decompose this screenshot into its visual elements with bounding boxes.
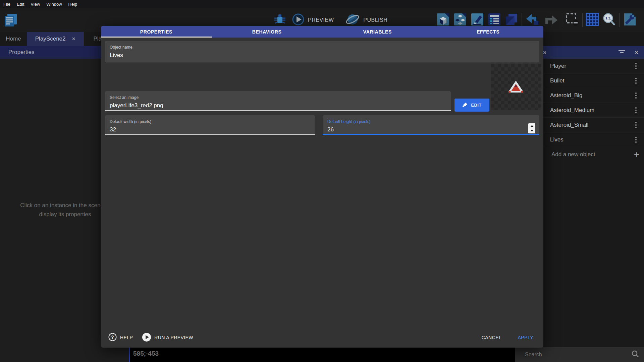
spinner-up-button[interactable] — [528, 123, 535, 128]
select-image-value[interactable]: playerLife3_red2.png — [105, 100, 451, 109]
menu-bar: File Edit View Window Help — [0, 0, 644, 8]
kebab-menu-icon[interactable] — [634, 90, 638, 100]
menu-help[interactable]: Help — [68, 2, 77, 7]
kebab-menu-icon[interactable] — [634, 120, 638, 130]
sprite-thumbnail[interactable] — [491, 64, 541, 110]
tab-variables[interactable]: VARIABLES — [322, 26, 433, 38]
menu-view[interactable]: View — [31, 2, 40, 7]
toolbar-separator — [562, 13, 562, 27]
help-button[interactable]: ? HELP — [108, 333, 133, 342]
filter-icon[interactable] — [618, 49, 626, 56]
toolbar-separator — [582, 13, 583, 27]
tab-properties[interactable]: PROPERTIES — [101, 26, 212, 38]
preview-label: PREVIEW — [308, 17, 334, 23]
height-spinner — [528, 123, 535, 133]
objects-editor-icon[interactable] — [436, 13, 450, 27]
deselect-icon[interactable] — [565, 12, 579, 28]
project-manager-icon[interactable] — [4, 13, 17, 29]
default-height-field[interactable]: Default height (in pixels) 26 — [323, 115, 539, 135]
scene-properties-wrench-icon[interactable] — [623, 13, 637, 27]
close-icon[interactable]: ✕ — [634, 49, 639, 56]
dialog-tab-bar: PROPERTIES BEHAVIORS VARIABLES EFFECTS — [101, 26, 543, 38]
objects-search-bar — [515, 347, 644, 362]
default-width-value[interactable]: 32 — [105, 124, 315, 133]
active-tab-indicator — [101, 37, 212, 38]
default-width-field[interactable]: Default width (in pixels) 32 — [105, 115, 315, 135]
edit-image-label: EDIT — [471, 103, 481, 108]
tab-behaviors[interactable]: BEHAVIORS — [212, 26, 322, 38]
menu-edit[interactable]: Edit — [17, 2, 24, 7]
scene-status-bar: 585;-453 — [129, 345, 515, 362]
menu-window[interactable]: Window — [46, 2, 62, 7]
help-icon: ? — [108, 333, 117, 342]
kebab-menu-icon[interactable] — [634, 61, 638, 71]
zoom-1-1-icon[interactable]: 1:1 — [602, 12, 616, 28]
object-name: Bullet — [550, 77, 565, 84]
run-preview-label: RUN A PREVIEW — [154, 335, 193, 340]
object-name-field[interactable]: Object name Lives — [105, 41, 539, 62]
grid-icon[interactable] — [586, 13, 599, 27]
add-icon: + — [634, 149, 639, 160]
toolbar-separator — [619, 13, 620, 27]
play-circle-icon — [142, 333, 151, 343]
svg-text:1:1: 1:1 — [605, 16, 611, 20]
edit-properties-icon[interactable] — [470, 13, 484, 27]
object-name: Asteroid_Big — [550, 92, 582, 99]
select-image-label: Select an image — [105, 91, 451, 100]
debug-icon[interactable] — [272, 13, 287, 27]
brush-icon — [462, 102, 468, 109]
redo-icon[interactable] — [543, 13, 559, 27]
cancel-button[interactable]: CANCEL — [482, 335, 502, 340]
spinner-down-button[interactable] — [528, 128, 535, 133]
undo-icon[interactable] — [525, 13, 540, 27]
tab-playscene2-label: PlayScene2 — [35, 36, 66, 42]
preview-button[interactable]: PREVIEW — [292, 13, 334, 27]
run-preview-button[interactable]: RUN A PREVIEW — [142, 333, 193, 343]
apply-button[interactable]: APPLY — [518, 335, 533, 340]
default-width-label: Default width (in pixels) — [105, 115, 315, 124]
tab-home[interactable]: Home — [0, 32, 27, 46]
add-new-object-label: Add a new object — [551, 151, 595, 158]
tab-playscene2[interactable]: PlayScene2 ✕ — [27, 32, 84, 46]
dialog-footer: ? HELP RUN A PREVIEW CANCEL APPLY — [108, 332, 533, 343]
layers-icon[interactable] — [504, 13, 519, 27]
kebab-menu-icon[interactable] — [634, 135, 638, 144]
publish-label: PUBLISH — [363, 17, 387, 23]
help-label: HELP — [120, 335, 133, 340]
kebab-menu-icon[interactable] — [634, 76, 638, 85]
object-name-value[interactable]: Lives — [105, 50, 539, 59]
menu-file[interactable]: File — [3, 2, 10, 7]
object-properties-dialog: PROPERTIES BEHAVIORS VARIABLES EFFECTS O… — [101, 26, 543, 348]
select-image-field[interactable]: Select an image playerLife3_red2.png — [105, 91, 451, 111]
properties-panel-title: Properties — [8, 49, 34, 56]
cursor-coordinates: 585;-453 — [133, 350, 159, 357]
default-height-value[interactable]: 26 — [323, 124, 539, 133]
tab-home-label: Home — [6, 36, 21, 42]
object-name: Asteroid_Small — [550, 122, 588, 128]
default-height-label: Default height (in pixels) — [323, 115, 539, 124]
instances-list-icon[interactable] — [487, 13, 501, 27]
object-groups-icon[interactable] — [453, 13, 467, 27]
object-name: Lives — [550, 136, 564, 143]
object-name-label: Object name — [105, 41, 539, 50]
edit-image-button[interactable]: EDIT — [454, 99, 489, 112]
ship-sprite — [508, 81, 524, 94]
close-icon[interactable]: ✕ — [72, 36, 76, 42]
object-name: Asteroid_Medium — [550, 107, 594, 114]
object-name: Player — [550, 63, 566, 69]
tab-effects[interactable]: EFFECTS — [433, 26, 543, 38]
search-input[interactable] — [525, 352, 631, 358]
kebab-menu-icon[interactable] — [634, 105, 638, 115]
search-icon — [631, 350, 639, 359]
preview-play-icon — [292, 13, 305, 27]
svg-text:?: ? — [111, 335, 114, 340]
toolbar-separator — [522, 13, 522, 27]
